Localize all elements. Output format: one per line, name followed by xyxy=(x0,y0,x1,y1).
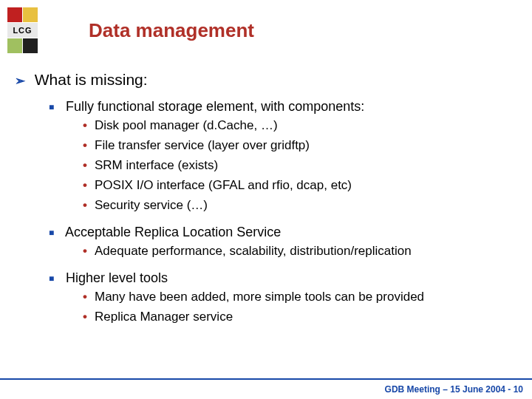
list-item-text: Replica Manager service xyxy=(95,310,233,324)
slide-title: Data management xyxy=(89,19,254,42)
dot-bullet-icon: • xyxy=(83,197,95,214)
list-item: •Many have been added, more simple tools… xyxy=(83,289,517,306)
list-item-text: Security service (…) xyxy=(95,198,208,212)
heading-row: ➢ What is missing: xyxy=(15,71,517,89)
slide-body: ➢ What is missing: ■ Fully functional st… xyxy=(15,71,517,326)
list-item-text: File transfer service (layer over gridft… xyxy=(95,138,310,152)
section-label: Acceptable Replica Location Service xyxy=(65,225,281,239)
logo-tile-green xyxy=(7,38,22,53)
section-row: ■ Higher level tools xyxy=(49,270,517,286)
list-item: •Disk pool manager (d.Cache, …) xyxy=(83,117,517,134)
list-item-text: POSIX I/O interface (GFAL and rfio, dcap… xyxy=(95,178,352,192)
section-row: ■ Fully functional storage element, with… xyxy=(49,99,517,115)
footer-text: GDB Meeting – 15 June 2004 - 10 xyxy=(385,384,523,395)
section-label: Higher level tools xyxy=(66,270,168,285)
list-item: •Replica Manager service xyxy=(83,309,517,326)
list-item: •Security service (…) xyxy=(83,197,517,214)
list-item-text: Disk pool manager (d.Cache, …) xyxy=(95,118,278,132)
square-bullet-icon: ■ xyxy=(49,228,62,238)
arrow-bullet-icon: ➢ xyxy=(15,73,31,89)
list-item-text: SRM interface (exists) xyxy=(95,158,218,172)
list-item: •Adequate performance, scalability, dist… xyxy=(83,243,517,260)
logo-tile-black xyxy=(23,38,38,53)
list-item: •POSIX I/O interface (GFAL and rfio, dca… xyxy=(83,177,517,194)
section-row: ■ Acceptable Replica Location Service xyxy=(49,225,517,240)
square-bullet-icon: ■ xyxy=(49,102,62,112)
dot-bullet-icon: • xyxy=(83,157,95,174)
section-label: Fully functional storage element, with c… xyxy=(66,99,364,114)
logo-tile-red xyxy=(7,7,22,22)
dot-bullet-icon: • xyxy=(83,177,95,194)
list-item-text: Adequate performance, scalability, distr… xyxy=(95,244,412,258)
dot-bullet-icon: • xyxy=(83,117,95,134)
dot-bullet-icon: • xyxy=(83,137,95,154)
dot-bullet-icon: • xyxy=(83,289,95,306)
logo-tile-yellow xyxy=(23,7,38,22)
square-bullet-icon: ■ xyxy=(49,273,62,284)
logo-label: LCG xyxy=(7,23,38,38)
logo: LCG xyxy=(7,7,38,55)
footer: GDB Meeting – 15 June 2004 - 10 xyxy=(0,378,532,399)
list-item: •SRM interface (exists) xyxy=(83,157,517,174)
list-item-text: Many have been added, more simple tools … xyxy=(95,290,424,304)
list-item: •File transfer service (layer over gridf… xyxy=(83,137,517,154)
dot-bullet-icon: • xyxy=(83,309,95,326)
dot-bullet-icon: • xyxy=(83,243,95,260)
heading-text: What is missing: xyxy=(35,71,148,88)
